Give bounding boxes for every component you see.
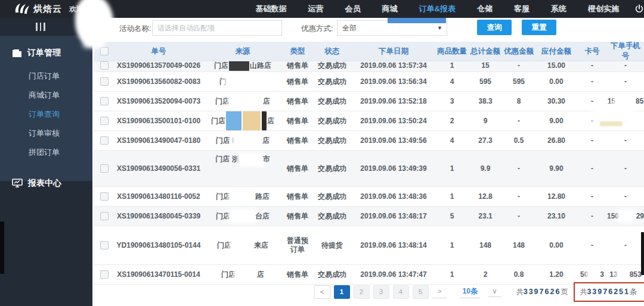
topnav-item[interactable]: 会员 [345, 4, 361, 14]
page-number-button[interactable]: 1 [334, 285, 350, 299]
cell-type: 销售单 [283, 72, 312, 91]
table-row[interactable]: XS19090613500101-0100 门店店 销售单 交易成功 2019.… [94, 111, 644, 131]
sidebar-section-label: 报表中心 [28, 178, 61, 189]
activity-name-label: 活动名称: [119, 24, 151, 34]
logout-power-icon[interactable] [634, 4, 644, 14]
row-checkbox[interactable] [100, 77, 109, 86]
filter-bar: 活动名称: 优惠方式: 全部 ▼ 查询 重置 [92, 18, 644, 42]
table-row[interactable]: XS19090613520094-0073 门店店 销售单 交易成功 2019.… [94, 92, 644, 111]
cell-payable-amount: 23.10 [535, 207, 577, 226]
sidebar-item[interactable]: 订单审核 [0, 124, 92, 143]
cell-payable-amount: 12.80 [535, 187, 577, 206]
row-checkbox[interactable] [100, 61, 109, 70]
cell-order-date: 2019.09.06 13:48:14 [352, 226, 435, 264]
reset-button[interactable]: 重置 [522, 20, 556, 35]
topnav-item[interactable]: 系统 [551, 4, 566, 14]
cell-quantity: 1 [435, 187, 469, 206]
column-header: 商品数量 [435, 42, 469, 61]
cell-quantity: 1 [435, 151, 469, 186]
redaction-block [226, 111, 242, 130]
orders-folder-icon [12, 49, 22, 58]
page-number-button[interactable]: 5 [413, 285, 429, 299]
prev-page-button[interactable]: < [314, 285, 330, 299]
page-size-caret-icon[interactable]: ∨ [488, 287, 501, 297]
sidebar: 订单管理 门店订单商城订单订单查询订单审核拼团订单 报表中心 [0, 18, 92, 306]
row-checkbox[interactable] [100, 270, 109, 279]
column-header: 单号 [114, 42, 203, 61]
page-number-button[interactable]: 2 [354, 285, 370, 299]
cell-source: 门店 浙市 [203, 151, 283, 186]
row-checkbox[interactable] [100, 192, 109, 201]
row-checkbox[interactable] [100, 164, 109, 173]
topnav-item[interactable]: 仓储 [477, 4, 493, 14]
topnav-item[interactable]: 运营 [308, 4, 324, 14]
redaction-smudge [600, 121, 623, 126]
topnav-item[interactable]: 橙创实施 [588, 4, 619, 14]
cell-card-no: - [577, 207, 607, 226]
cell-order-no: XS19090613570049-0026 [114, 61, 203, 72]
page-number-button[interactable]: 3 [373, 285, 389, 299]
column-header: 下单日期 [352, 42, 435, 61]
page-size-dropdown[interactable]: 10条 [460, 285, 480, 298]
topnav-items: 基础数据运营会员商城订单&报表仓储客服系统橙创实施 [256, 4, 631, 14]
cell-card-no: - [577, 226, 607, 264]
cell-order-no: XS19090613560082-0083 [114, 72, 203, 91]
brand-name: 烘焙云 [33, 4, 62, 15]
discount-method-value: 全部 [342, 23, 357, 33]
topnav-item[interactable]: 订单&报表 [419, 4, 456, 14]
redaction-block [243, 111, 261, 130]
next-page-button[interactable]: > [432, 285, 447, 298]
sidebar-item[interactable]: 订单查询 [0, 105, 92, 124]
discount-method-label: 优惠方式: [301, 24, 333, 34]
total-pages-text: 共3397626页 [516, 287, 568, 297]
table-row[interactable]: XS19090613570049-0026 门店山路店 销售单 交易成功 201… [94, 61, 644, 72]
cell-discount-amount: - [502, 61, 535, 72]
cell-payable-amount: 26.80 [535, 131, 577, 150]
select-all-checkbox[interactable] [100, 47, 109, 55]
activity-name-input[interactable] [152, 20, 282, 36]
cell-order-date: 2019.09.06 13:49:56 [352, 131, 435, 150]
sidebar-section-order-management[interactable]: 订单管理 [0, 36, 92, 62]
reports-monitor-icon [12, 179, 23, 188]
cell-payable-amount: 30.30 [535, 92, 577, 111]
brand: 烘焙云 欢迎 [0, 3, 83, 15]
redaction-block [230, 96, 262, 106]
sidebar-section-report-center[interactable]: 报表中心 [0, 171, 92, 195]
cell-type: 销售单 [283, 151, 312, 186]
cell-status: 交易成功 [312, 151, 352, 186]
row-checkbox[interactable] [100, 117, 109, 125]
cell-discount-amount: - [502, 187, 535, 206]
row-checkbox[interactable] [100, 97, 109, 105]
cell-source: 门 [203, 72, 283, 91]
cell-status: 交易成功 [312, 72, 352, 91]
scrollbar-thumb[interactable] [641, 232, 644, 275]
table-row[interactable]: XS19090613480116-0052 门店 路店 销售单 交易成功 201… [94, 187, 644, 207]
sidebar-item[interactable]: 商城订单 [0, 86, 92, 105]
redaction-bar-left [0, 221, 4, 274]
sidebar-item[interactable]: 拼团订单 [0, 143, 92, 162]
query-button[interactable]: 查询 [477, 20, 512, 35]
cell-order-no: XS19090613480045-0339 [114, 207, 203, 226]
row-checkbox[interactable] [100, 241, 109, 249]
sidebar-section-label: 订单管理 [27, 48, 61, 58]
table-row[interactable]: XS19090613480045-0339 门店 台店 销售单 交易成功 201… [94, 207, 644, 226]
topnav-item[interactable]: 商城 [382, 4, 398, 14]
row-checkbox[interactable] [100, 212, 109, 220]
column-header: 类型 [283, 42, 312, 61]
cell-total-amount: 9.9 [469, 151, 502, 186]
table-row[interactable]: XS19090613490047-0180 门店 I店 销售单 交易成功 201… [94, 131, 644, 151]
cell-total-amount: 38.3 [469, 92, 502, 111]
sidebar-item[interactable]: 门店订单 [0, 67, 92, 86]
select-caret-icon: ▼ [437, 25, 447, 31]
topnav-item[interactable]: 客服 [514, 4, 530, 14]
topnav-item[interactable]: 基础数据 [256, 4, 287, 14]
cell-source: 门店 台店 [203, 207, 283, 226]
table-row[interactable]: XS19090613560082-0083 门 销售单 交易成功 2019.09… [94, 72, 644, 92]
cell-type: 销售单 [283, 92, 312, 111]
redaction-block [236, 270, 256, 279]
table-row[interactable]: YD19090613480105-0144 门店 来店 普通预订单 待提货 20… [94, 226, 644, 265]
table-row[interactable]: XS19090613490056-0331 门店 浙市 销售单 交易成功 201… [94, 151, 644, 187]
row-checkbox[interactable] [100, 136, 109, 145]
cell-type: 销售单 [283, 187, 312, 206]
page-number-button[interactable]: 4 [393, 285, 409, 299]
